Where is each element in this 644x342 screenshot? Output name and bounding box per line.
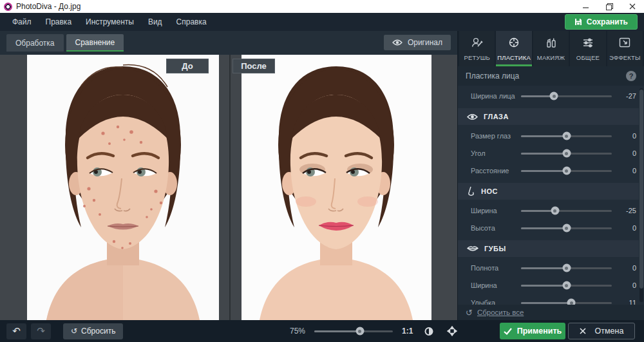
- save-icon: [574, 18, 582, 26]
- side-tab-ретушь[interactable]: РЕТУШЬ: [459, 31, 495, 66]
- section-header-губы: ГУБЫ: [458, 240, 639, 257]
- photo-after[interactable]: [242, 55, 431, 320]
- slider-fill: [521, 153, 567, 155]
- lips-icon: [467, 245, 478, 252]
- menu-tools[interactable]: Инструменты: [79, 14, 141, 30]
- panel-scrollbar[interactable]: [639, 88, 643, 302]
- actual-size-button[interactable]: 1:1: [402, 327, 413, 336]
- slider-fill: [521, 302, 571, 304]
- slider-track[interactable]: [521, 267, 612, 269]
- apply-button[interactable]: Применить: [500, 323, 565, 339]
- cancel-button[interactable]: Отмена: [568, 323, 635, 339]
- slider-value: 0: [616, 281, 636, 289]
- slider-value: 0: [616, 132, 636, 140]
- slider-label: Ширина: [471, 207, 517, 214]
- slider-fill: [521, 135, 567, 137]
- slider-track[interactable]: [521, 210, 612, 212]
- slider-row: Расстояние0: [458, 164, 639, 178]
- view-toolbar: Обработка Сравнение Оригинал: [0, 31, 457, 55]
- side-tab-эффекты[interactable]: ЭФФЕКТЫ: [607, 31, 643, 66]
- original-button-label: Оригинал: [408, 38, 442, 47]
- zoom-slider-handle[interactable]: [355, 327, 364, 336]
- side-tab-пластика[interactable]: ПЛАСТИКА: [496, 31, 531, 66]
- fullscreen-icon[interactable]: [445, 325, 459, 337]
- photo-before[interactable]: [27, 55, 219, 320]
- maximize-button[interactable]: [598, 0, 621, 13]
- slider-fill: [521, 95, 554, 97]
- tab-comparison[interactable]: Сравнение: [66, 34, 124, 52]
- slider-handle[interactable]: [562, 132, 571, 140]
- slider-handle[interactable]: [551, 207, 559, 215]
- slider-track[interactable]: [521, 153, 612, 155]
- slider-handle[interactable]: [562, 167, 571, 175]
- panel-scroll: Ширина лица-27ГЛАЗАРазмер глаз0Угол0Расс…: [458, 86, 639, 305]
- slider-value: 0: [616, 167, 636, 175]
- reset-icon: ↺: [466, 308, 473, 318]
- reset-button[interactable]: ↺ Сбросить: [63, 323, 123, 339]
- apply-button-label: Применить: [517, 327, 562, 336]
- reset-all-label: Сбросить все: [477, 309, 524, 316]
- zoom-slider[interactable]: [314, 330, 393, 332]
- panel-title: Пластика лица: [466, 71, 626, 81]
- menu-file[interactable]: Файл: [5, 14, 39, 30]
- slider-handle[interactable]: [567, 299, 576, 305]
- slider-handle[interactable]: [562, 149, 571, 158]
- slider-track[interactable]: [521, 170, 612, 172]
- slider-handle[interactable]: [562, 281, 571, 290]
- reset-all-link[interactable]: ↺ Сбросить все: [458, 305, 644, 320]
- slider-handle[interactable]: [562, 264, 571, 272]
- side-tab-label: ЭФФЕКТЫ: [609, 54, 641, 61]
- slider-handle[interactable]: [550, 92, 558, 100]
- slider-label: Ширина лица: [471, 92, 517, 100]
- save-button[interactable]: Сохранить: [565, 14, 638, 30]
- slider-label: Ширина: [471, 281, 517, 289]
- menu-help[interactable]: Справка: [169, 14, 214, 30]
- slider-value: 11: [616, 299, 636, 305]
- slider-value: 0: [616, 224, 636, 232]
- slider-track[interactable]: [521, 135, 612, 137]
- slider-fill: [521, 170, 567, 172]
- canvas-divider: [229, 55, 231, 320]
- image-canvas: До После: [0, 55, 457, 320]
- slider-label: Расстояние: [471, 167, 517, 175]
- zoom-slider-fill: [314, 330, 360, 332]
- slider-track[interactable]: [521, 95, 612, 97]
- slider-row: Размер глаз0: [458, 129, 639, 143]
- effects-icon: [618, 36, 631, 52]
- panel-header: Пластика лица ?: [458, 66, 644, 86]
- help-button[interactable]: ?: [626, 71, 636, 81]
- slider-handle[interactable]: [562, 224, 571, 233]
- close-button[interactable]: [621, 0, 644, 13]
- navigator-icon[interactable]: [422, 325, 436, 337]
- slider-fill: [521, 210, 555, 212]
- menu-view[interactable]: Вид: [141, 14, 169, 30]
- slider-row: Ширина-25: [458, 204, 639, 218]
- side-tab-общее[interactable]: ОБЩЕЕ: [570, 31, 605, 66]
- statusbar: ↶ ↷ ↺ Сбросить 75% 1:1: [0, 320, 644, 342]
- photodiva-window: PhotoDiva - До.jpg Файл Правка Инструмен…: [0, 0, 644, 342]
- menu-edit[interactable]: Правка: [39, 14, 79, 30]
- side-tab-label: РЕТУШЬ: [464, 54, 490, 61]
- undo-button[interactable]: ↶: [6, 323, 26, 339]
- slider-value: 0: [616, 264, 636, 272]
- slider-track[interactable]: [521, 302, 612, 304]
- app-logo-icon: [4, 3, 12, 11]
- side-tab-макияж[interactable]: МАКИЯЖ: [533, 31, 569, 66]
- slider-row: Улыбка11: [458, 296, 639, 305]
- adjust-icon: [582, 36, 594, 52]
- side-tab-label: ОБЩЕЕ: [576, 54, 600, 61]
- slider-track[interactable]: [521, 227, 612, 229]
- section-header-нос: НОС: [458, 183, 639, 200]
- slider-label: Полнота: [471, 264, 517, 272]
- section-label: ГЛАЗА: [484, 113, 509, 120]
- slider-value: 0: [616, 149, 636, 157]
- slider-row: Высота0: [458, 221, 639, 235]
- redo-button[interactable]: ↷: [31, 323, 51, 339]
- minimize-button[interactable]: [574, 0, 598, 13]
- original-button[interactable]: Оригинал: [384, 35, 451, 50]
- slider-track[interactable]: [521, 285, 612, 287]
- tab-processing[interactable]: Обработка: [6, 34, 64, 52]
- slider-label: Размер глаз: [471, 132, 517, 140]
- scrollbar-thumb[interactable]: [639, 90, 643, 289]
- slider-fill: [521, 285, 567, 287]
